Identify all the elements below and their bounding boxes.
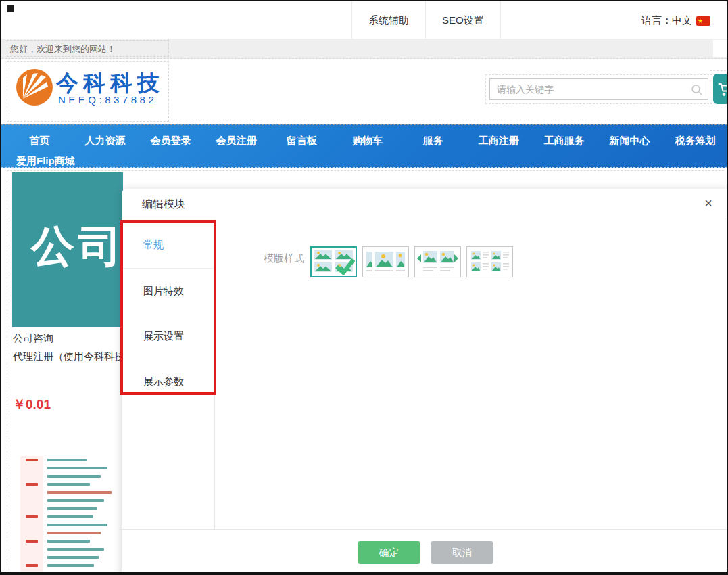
nav-item-home[interactable]: 首页	[7, 132, 72, 150]
template-grid-2x2-icon	[312, 248, 355, 275]
cart-region	[710, 70, 728, 108]
product-price: ￥0.01	[13, 396, 51, 413]
nav-item-member-register[interactable]: 会员注册	[203, 132, 269, 150]
nav-item-business-services[interactable]: 工商服务	[531, 132, 597, 150]
site-header: 今科科技 NEEQ:837882	[1, 59, 727, 124]
template-list-2x2-icon	[468, 248, 511, 275]
poster-row	[20, 529, 123, 537]
poster-row	[20, 497, 123, 505]
tab-image-effects[interactable]: 图片特效	[143, 283, 184, 298]
tab-system-assist[interactable]: 系统辅助	[351, 1, 426, 39]
poster-text-line	[47, 483, 90, 486]
logo-region[interactable]: 今科科技 NEEQ:837882	[7, 61, 169, 122]
welcome-right-box	[713, 40, 728, 58]
poster-text-line	[47, 548, 104, 551]
china-flag-icon: ★	[696, 16, 710, 26]
tab-display-settings[interactable]: 展示设置	[143, 329, 184, 344]
search-input[interactable]	[490, 79, 708, 99]
page: 系统辅助 SEO设置 语言：中文★ 您好，欢迎来到您的网站！ 今科科技 NEEQ…	[0, 0, 728, 575]
logo-subtitle: NEEQ:837882	[58, 94, 157, 106]
poster-row	[20, 545, 123, 553]
poster-row	[20, 521, 123, 529]
poster-label	[26, 564, 38, 567]
poster-row	[20, 513, 123, 521]
poster-text-line	[47, 507, 97, 510]
poster-row	[20, 537, 123, 545]
confirm-button[interactable]: 确定	[358, 541, 420, 564]
poster-row	[20, 464, 123, 472]
edit-module-dialog: 编辑模块 × 常规 图片特效 展示设置 展示参数 模版样式	[122, 189, 728, 575]
tab-general[interactable]: 常规	[143, 237, 164, 252]
corner-marker	[7, 5, 14, 12]
poster-label	[26, 459, 38, 461]
nav-item-cart[interactable]: 购物车	[335, 132, 400, 150]
nav-item-flip-mall[interactable]: 爱用Flip商城	[16, 155, 75, 168]
poster-row	[20, 456, 123, 464]
poster-text-line	[47, 459, 87, 461]
template-style-label: 模版样式	[264, 252, 304, 265]
template-options	[310, 246, 518, 277]
nav-item-tax-planning[interactable]: 税务筹划	[662, 132, 728, 150]
poster-text-line	[47, 564, 94, 567]
dialog-header: 编辑模块 ×	[122, 189, 728, 219]
poster-text-line	[47, 499, 104, 502]
product-image-text: 公司核名	[31, 217, 123, 276]
welcome-message: 您好，欢迎来到您的网站！	[7, 40, 169, 57]
template-option-grid-2x2[interactable]	[310, 246, 357, 277]
footer-divider	[122, 529, 728, 530]
poster-text-line	[47, 475, 101, 478]
poster-label	[26, 483, 38, 486]
main-nav: 首页 人力资源 会员登录 会员注册 留言板 购物车 服务 工商注册 工商服务 新…	[1, 124, 727, 168]
tab-display-params[interactable]: 展示参数	[143, 374, 184, 389]
logo-sunburst-icon	[16, 68, 53, 106]
cart-button[interactable]	[713, 74, 728, 104]
poster-row	[20, 488, 123, 497]
template-option-arrow-carousel[interactable]	[414, 246, 461, 277]
poster-text-line	[47, 524, 107, 526]
nav-item-news-center[interactable]: 新闻中心	[597, 132, 662, 150]
language-switcher[interactable]: 语言：中文★	[641, 1, 710, 39]
poster-text-line	[47, 532, 101, 534]
poster-label	[26, 540, 38, 543]
poster-label	[26, 515, 38, 518]
template-arrow-carousel-icon	[416, 248, 459, 275]
poster-row	[20, 553, 123, 561]
template-option-list-2x2[interactable]	[466, 246, 513, 277]
product-name[interactable]: 代理注册（使用今科科技提	[13, 350, 123, 363]
poster-text-line	[47, 491, 112, 494]
admin-tabs: 系统辅助 SEO设置	[351, 1, 501, 39]
poster-row	[20, 505, 123, 513]
sidebar-divider	[122, 268, 214, 269]
service-table-image	[20, 456, 123, 575]
cancel-button[interactable]: 取消	[431, 541, 493, 564]
poster-text-line	[47, 467, 107, 469]
nav-item-member-login[interactable]: 会员登录	[138, 132, 203, 150]
search-icon[interactable]	[690, 83, 704, 97]
dialog-buttons: 确定 取消	[122, 541, 728, 564]
welcome-bar: 您好，欢迎来到您的网站！	[1, 39, 727, 59]
search-region	[485, 74, 712, 104]
poster-row	[20, 472, 123, 480]
poster-text-line	[47, 515, 93, 518]
tab-seo-settings[interactable]: SEO设置	[426, 1, 501, 39]
close-icon[interactable]: ×	[700, 194, 717, 212]
top-bar: 系统辅助 SEO设置 语言：中文★	[1, 1, 727, 39]
template-banner-carousel-icon	[364, 248, 407, 275]
poster-text-line	[47, 540, 90, 543]
dialog-title: 编辑模块	[142, 189, 185, 219]
nav-item-business-register[interactable]: 工商注册	[466, 132, 531, 150]
poster-text-line	[47, 556, 99, 559]
product-image[interactable]: 公司核名	[12, 172, 123, 327]
search-box	[489, 78, 708, 100]
language-label: 语言：中文	[641, 14, 692, 26]
nav-item-message-board[interactable]: 留言板	[269, 132, 335, 150]
poster-row	[20, 561, 123, 570]
cart-icon	[717, 81, 728, 97]
dialog-sidebar: 常规 图片特效 展示设置 展示参数	[122, 219, 215, 529]
product-category: 公司咨询	[13, 332, 53, 345]
nav-item-hr[interactable]: 人力资源	[72, 132, 138, 150]
nav-item-services[interactable]: 服务	[400, 132, 466, 150]
nav-row-1: 首页 人力资源 会员登录 会员注册 留言板 购物车 服务 工商注册 工商服务 新…	[7, 132, 728, 150]
template-option-banner-carousel[interactable]	[362, 246, 409, 277]
poster-row	[20, 480, 123, 488]
